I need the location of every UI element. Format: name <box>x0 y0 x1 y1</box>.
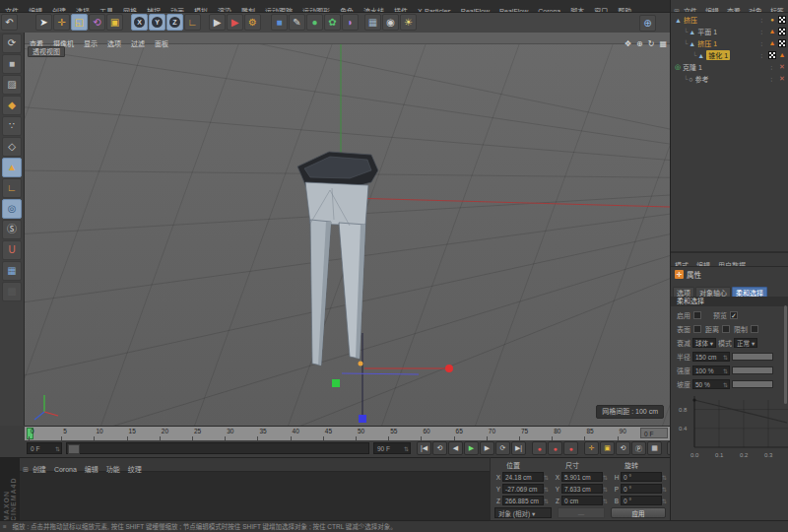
points-mode-icon[interactable]: ∵ <box>2 116 22 136</box>
undo-icon[interactable]: ↶ <box>1 14 18 31</box>
timeline-ruler[interactable]: 0 F 051015202530354045505560657075808590 <box>25 426 670 440</box>
texture-tag-icon[interactable] <box>778 39 786 47</box>
pan-view-icon[interactable]: ✥ <box>624 38 631 49</box>
phong-tag-icon[interactable]: ▲ <box>768 39 776 47</box>
apply-button[interactable]: 应用 <box>611 507 666 518</box>
light-icon[interactable]: ☀ <box>400 14 417 31</box>
select-tool-icon[interactable]: ➤ <box>35 14 52 31</box>
rotate-view-icon[interactable]: ↻ <box>648 38 655 49</box>
stepper-icon[interactable]: ⇅ <box>662 474 667 481</box>
menu-角色[interactable]: 角色 <box>340 6 354 13</box>
coord-field-位置-Z[interactable]: 266.885 cm <box>502 496 544 505</box>
record-rotation-button[interactable]: ⟲ <box>616 441 630 455</box>
texture-tag-icon[interactable] <box>778 16 786 24</box>
object-row-克隆 1[interactable]: ◎克隆 1∶✕ <box>671 61 788 73</box>
disabled-tag-icon[interactable]: ✕ <box>778 63 786 71</box>
om-menu-编辑[interactable]: 编辑 <box>705 6 719 13</box>
viewport-solo-icon[interactable]: ◎ <box>2 199 22 219</box>
gizmo-z-handle[interactable] <box>359 415 366 423</box>
radius-slider[interactable] <box>732 353 773 361</box>
tag-dot-icon[interactable]: ● <box>768 16 776 24</box>
goto-start-button[interactable]: |◀ <box>417 441 431 455</box>
workplane-mode-icon[interactable]: ◆ <box>2 96 22 115</box>
next-frame-button[interactable]: ▶ <box>480 441 494 455</box>
disabled-tag-icon[interactable]: ✕ <box>778 75 786 83</box>
object-name[interactable]: 挤压 1 <box>697 38 717 48</box>
menu-模拟[interactable]: 模拟 <box>194 6 208 13</box>
current-frame-field[interactable]: 0 F <box>640 428 668 438</box>
spline-pen-icon[interactable]: ✎ <box>289 14 305 31</box>
gizmo-origin-point[interactable] <box>359 362 363 366</box>
material-menu-创建[interactable]: 创建 <box>33 464 46 476</box>
visibility-dots-icon[interactable]: ∶ <box>770 76 773 83</box>
prev-frame-button[interactable]: ◀ <box>448 441 463 455</box>
phong-tag-icon[interactable]: ▲ <box>768 28 776 35</box>
viewport[interactable]: 查看摄像机显示选项过滤面板 ✥⊕↻▦ 透视视图 网格间距 : 100 cm <box>25 33 670 426</box>
goto-next-key-button[interactable]: ⟳ <box>495 441 510 455</box>
goto-prev-key-button[interactable]: ⟲ <box>432 441 447 455</box>
enable-checkbox[interactable] <box>693 311 701 319</box>
menu-工具[interactable]: 工具 <box>99 6 113 13</box>
record-scale-button[interactable]: ▣ <box>600 441 615 455</box>
edges-mode-icon[interactable]: ◇ <box>2 137 22 157</box>
record-position-button[interactable]: ✛ <box>584 441 599 455</box>
menu-创建[interactable]: 创建 <box>52 6 66 13</box>
coord-field-尺寸-X[interactable]: 5.901 cm <box>561 472 603 482</box>
om-menu-标签[interactable]: 标签 <box>770 6 784 13</box>
rotate-tool-icon[interactable]: ⟲ <box>89 14 105 31</box>
menu-网格[interactable]: 网格 <box>123 6 137 13</box>
scale-tool-icon[interactable]: ◱ <box>71 14 88 31</box>
limit-checkbox[interactable] <box>751 325 758 333</box>
viewport-menu-过滤[interactable]: 过滤 <box>131 38 145 49</box>
stepper-icon[interactable]: ⇅ <box>603 474 608 481</box>
object-row-挤压 1[interactable]: └▲挤压 1∶▲ <box>671 37 788 49</box>
falloff-curve-graph[interactable]: 0.80.40.00.10.20.3 <box>671 392 788 469</box>
material-menu-纹理[interactable]: 纹理 <box>128 464 142 476</box>
panel-divider[interactable] <box>671 251 788 253</box>
stepper-icon[interactable]: ⇅ <box>544 486 549 493</box>
zoom-view-icon[interactable]: ⊕ <box>636 38 643 49</box>
record-parameter-button[interactable]: Ⓟ <box>631 441 646 455</box>
menu-RealFlow[interactable]: RealFlow <box>461 6 490 13</box>
frame-slider-handle[interactable] <box>68 444 80 454</box>
coord-field-位置-Y[interactable]: -27.069 cm <box>502 484 544 494</box>
radius-field[interactable]: 150 cm⇅ <box>692 352 730 362</box>
menu-帮助[interactable]: 帮助 <box>618 6 631 13</box>
menu-RealFlow[interactable]: RealFlow <box>499 6 528 13</box>
stepper-icon[interactable]: ⇅ <box>55 443 60 455</box>
object-name[interactable]: 锥化 1 <box>706 50 730 60</box>
texture-tag-icon[interactable] <box>768 51 776 59</box>
stepper-icon[interactable]: ⇅ <box>662 498 667 504</box>
workplane-snap-icon[interactable]: ▦ <box>2 261 22 281</box>
object-name[interactable]: 挤压 <box>684 15 697 25</box>
menu-选择[interactable]: 选择 <box>76 6 90 13</box>
panel-menu-icon[interactable]: ⊞ <box>23 464 29 476</box>
menu-雕刻[interactable]: 雕刻 <box>241 6 255 13</box>
menu-文件[interactable]: 文件 <box>5 6 19 13</box>
coord-field-位置-X[interactable]: 24.18 cm <box>502 472 544 482</box>
camera-icon[interactable]: ◉ <box>382 14 399 31</box>
menu-动画[interactable]: 动画 <box>170 6 184 13</box>
model-mode-icon[interactable]: ■ <box>2 54 22 74</box>
menu-流水线[interactable]: 流水线 <box>363 6 384 13</box>
menu-捕捉[interactable]: 捕捉 <box>147 6 161 13</box>
am-menu-编辑[interactable]: 编辑 <box>696 260 710 267</box>
render-view-icon[interactable]: ▶ <box>209 14 226 31</box>
menu-脚本[interactable]: 脚本 <box>570 6 584 13</box>
viewport-menu-面板[interactable]: 面板 <box>155 38 168 49</box>
stepper-icon[interactable]: ⇅ <box>544 474 549 481</box>
object-row-平面 1[interactable]: └▲平面 1∶▲ <box>671 26 788 37</box>
subdivision-surface-icon[interactable]: ● <box>306 14 323 31</box>
texture-mode-icon[interactable]: ▨ <box>2 75 22 95</box>
om-menu-文件[interactable]: 文件 <box>684 6 697 13</box>
pants-model[interactable] <box>297 152 378 366</box>
x-axis-lock-icon[interactable]: X <box>131 14 148 31</box>
object-row-参考[interactable]: └○参考∶✕ <box>671 73 788 85</box>
coord-field-尺寸-Z[interactable]: 0 cm <box>561 496 603 505</box>
locked-workplane-icon[interactable]: ▩ <box>2 282 22 301</box>
material-menu-Corona[interactable]: Corona <box>54 464 77 476</box>
play-forward-button[interactable]: ▶ <box>464 441 479 455</box>
goto-end-button[interactable]: ▶| <box>511 441 526 455</box>
strength-slider[interactable] <box>732 366 773 374</box>
object-name[interactable]: 平面 1 <box>697 27 717 36</box>
